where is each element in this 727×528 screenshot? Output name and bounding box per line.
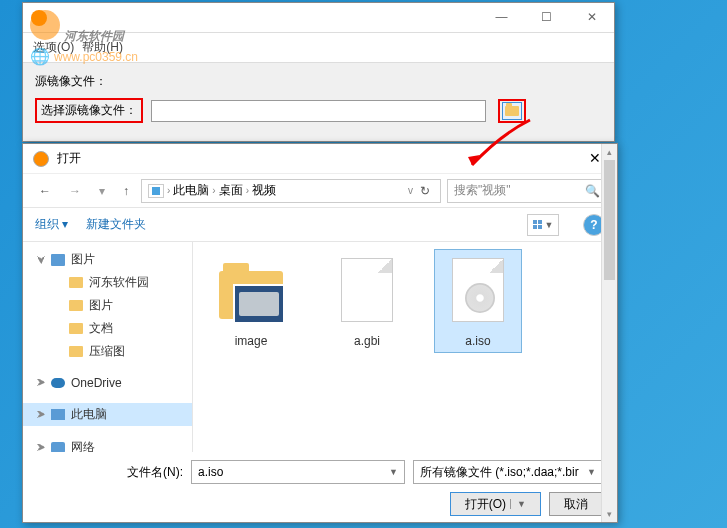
sidebar-item-network[interactable]: ⮞网络 (23, 436, 192, 452)
breadcrumb-video[interactable]: 视频 (252, 182, 276, 199)
view-mode-button[interactable]: ▼ (527, 214, 559, 236)
breadcrumb-thispc[interactable]: 此电脑 (173, 182, 209, 199)
dialog-footer: 文件名(N): a.iso▼ 所有镜像文件 (*.iso;*.daa;*.bir… (23, 452, 617, 524)
menu-help[interactable]: 帮助(H) (82, 39, 123, 56)
search-icon: 🔍 (585, 184, 600, 198)
sidebar-item-thispc[interactable]: ⮞此电脑 (23, 403, 192, 426)
dialog-titlebar: 打开 ✕ (23, 144, 617, 174)
maximize-button[interactable]: ☐ (524, 3, 569, 31)
window-controls: — ☐ ✕ (479, 3, 614, 31)
nav-recent-button[interactable]: ▾ (93, 180, 111, 202)
cancel-button[interactable]: 取消 (549, 492, 603, 516)
browse-button[interactable] (502, 102, 522, 120)
app-icon (31, 10, 47, 26)
organize-button[interactable]: 组织 ▾ (35, 216, 68, 233)
file-item-image-folder[interactable]: image (207, 254, 295, 348)
file-item-agbi[interactable]: a.gbi (323, 254, 411, 348)
sidebar-item-pictures[interactable]: ⮟图片 (23, 248, 192, 271)
search-input[interactable]: 搜索"视频" 🔍 (447, 179, 607, 203)
sidebar-item-onedrive[interactable]: ⮞OneDrive (23, 373, 192, 393)
refresh-button[interactable]: ↻ (416, 184, 434, 198)
close-button[interactable]: ✕ (569, 3, 614, 31)
filename-label: 文件名(N): (37, 464, 183, 481)
minimize-button[interactable]: — (479, 3, 524, 31)
nav-forward-button[interactable]: → (63, 180, 87, 202)
sidebar-item-pictures2[interactable]: 图片 (23, 294, 192, 317)
sidebar: ⮟图片 河东软件园 图片 文档 压缩图 ⮞OneDrive ⮞此电脑 ⮞网络 ▴… (23, 242, 193, 452)
new-folder-button[interactable]: 新建文件夹 (86, 216, 146, 233)
nav-up-button[interactable]: ↑ (117, 180, 135, 202)
filename-input[interactable]: a.iso▼ (191, 460, 405, 484)
nav-row: ← → ▾ ↑ › 此电脑 › 桌面 › 视频 v ↻ 搜索"视频" 🔍 (23, 174, 617, 208)
dialog-title: 打开 (57, 150, 81, 167)
file-pane[interactable]: image a.gbi a.iso (193, 242, 617, 452)
menu-options[interactable]: 选项(O) (33, 39, 74, 56)
open-dialog: 打开 ✕ ← → ▾ ↑ › 此电脑 › 桌面 › 视频 v ↻ 搜索"视频" … (22, 143, 618, 523)
parent-window: — ☐ ✕ 选项(O) 帮助(H) 源镜像文件： 选择源镜像文件： (22, 2, 615, 142)
toolbar: 组织 ▾ 新建文件夹 ▼ ? (23, 208, 617, 242)
disc-icon (33, 151, 49, 167)
pc-icon (148, 184, 164, 198)
sidebar-item-hedong[interactable]: 河东软件园 (23, 271, 192, 294)
nav-back-button[interactable]: ← (33, 180, 57, 202)
folder-icon (505, 106, 519, 116)
parent-titlebar: — ☐ ✕ (23, 3, 614, 33)
iso-disc-icon (465, 283, 495, 313)
source-file-label: 源镜像文件： (35, 73, 602, 90)
breadcrumb[interactable]: › 此电脑 › 桌面 › 视频 v ↻ (141, 179, 441, 203)
sidebar-item-documents[interactable]: 文档 (23, 317, 192, 340)
open-button[interactable]: 打开(O)▼ (450, 492, 541, 516)
file-item-aiso[interactable]: a.iso (434, 249, 522, 353)
breadcrumb-desktop[interactable]: 桌面 (219, 182, 243, 199)
parent-menu: 选项(O) 帮助(H) (23, 33, 614, 63)
file-type-filter[interactable]: 所有镜像文件 (*.iso;*.daa;*.bir▼ (413, 460, 603, 484)
sidebar-item-archive[interactable]: 压缩图 (23, 340, 192, 363)
browse-button-highlight (498, 99, 526, 123)
select-source-label: 选择源镜像文件： (35, 98, 143, 123)
source-path-input[interactable] (151, 100, 486, 122)
